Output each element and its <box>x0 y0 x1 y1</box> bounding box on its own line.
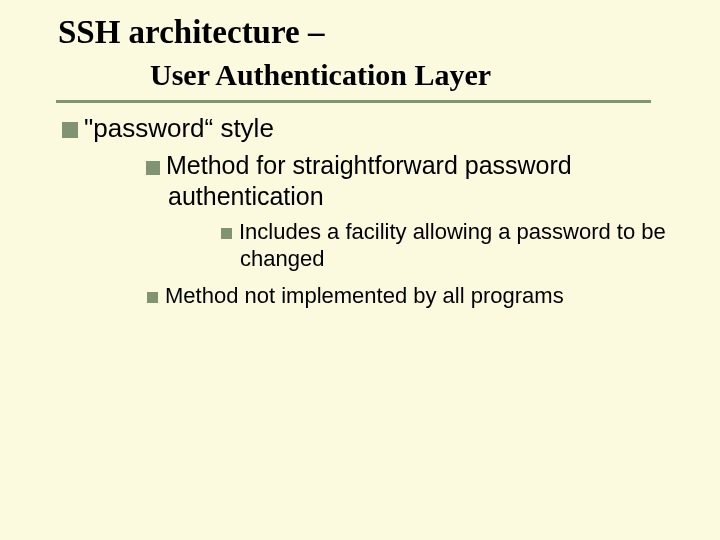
title-underline <box>56 100 651 103</box>
title-block: SSH architecture – User Authentication L… <box>0 0 720 91</box>
square-bullet-icon <box>62 122 78 138</box>
slide-title-line1: SSH architecture – <box>58 14 720 50</box>
bullet-level3: Includes a facility allowing a password … <box>140 219 676 272</box>
square-bullet-icon <box>146 161 160 175</box>
bullet-level3-text: Includes a facility allowing a password … <box>239 219 666 270</box>
square-bullet-icon <box>147 292 158 303</box>
bullet-level2-text: Method for straightforward password auth… <box>166 151 572 210</box>
bullet-level1: "password“ style <box>62 113 676 144</box>
bullet-level2: Method for straightforward password auth… <box>102 150 676 211</box>
bullet-level1-text: "password“ style <box>84 113 274 143</box>
square-bullet-icon <box>221 228 232 239</box>
bullet-level3: Method not implemented by all programs <box>104 282 676 310</box>
bullet-level3-text: Method not implemented by all programs <box>165 283 564 308</box>
slide-content: "password“ style Method for straightforw… <box>0 91 720 309</box>
slide: SSH architecture – User Authentication L… <box>0 0 720 540</box>
slide-title-line2: User Authentication Layer <box>58 58 720 91</box>
